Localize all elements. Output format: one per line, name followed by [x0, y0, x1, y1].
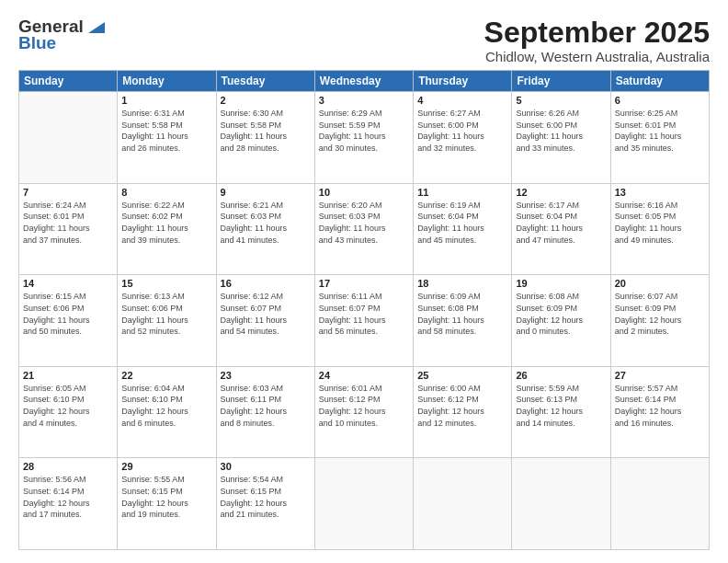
calendar-cell: 18Sunrise: 6:09 AM Sunset: 6:08 PM Dayli… — [414, 275, 512, 367]
day-info: Sunrise: 6:27 AM Sunset: 6:00 PM Dayligh… — [417, 108, 507, 154]
day-number: 12 — [516, 187, 606, 198]
day-number: 28 — [23, 461, 113, 472]
day-info: Sunrise: 6:25 AM Sunset: 6:01 PM Dayligh… — [615, 108, 705, 154]
calendar-cell: 13Sunrise: 6:16 AM Sunset: 6:05 PM Dayli… — [610, 183, 709, 275]
calendar-cell — [314, 458, 413, 550]
day-number: 19 — [516, 278, 606, 289]
calendar-cell: 19Sunrise: 6:08 AM Sunset: 6:09 PM Dayli… — [512, 275, 610, 367]
calendar-cell: 1Sunrise: 6:31 AM Sunset: 5:58 PM Daylig… — [118, 92, 216, 184]
calendar-cell: 9Sunrise: 6:21 AM Sunset: 6:03 PM Daylig… — [216, 183, 314, 275]
day-info: Sunrise: 6:07 AM Sunset: 6:09 PM Dayligh… — [615, 291, 705, 337]
calendar-week-row: 7Sunrise: 6:24 AM Sunset: 6:01 PM Daylig… — [19, 183, 710, 275]
day-info: Sunrise: 5:56 AM Sunset: 6:14 PM Dayligh… — [23, 474, 113, 520]
day-info: Sunrise: 5:54 AM Sunset: 6:15 PM Dayligh… — [221, 474, 311, 520]
day-number: 14 — [23, 278, 113, 289]
day-info: Sunrise: 6:12 AM Sunset: 6:07 PM Dayligh… — [221, 291, 311, 337]
calendar-cell: 17Sunrise: 6:11 AM Sunset: 6:07 PM Dayli… — [314, 275, 413, 367]
calendar-cell — [19, 92, 118, 184]
calendar-cell: 24Sunrise: 6:01 AM Sunset: 6:12 PM Dayli… — [314, 366, 413, 458]
header: General Blue September 2025 Chidlow, Wes… — [18, 17, 710, 64]
day-info: Sunrise: 6:16 AM Sunset: 6:05 PM Dayligh… — [615, 200, 705, 246]
calendar-cell: 28Sunrise: 5:56 AM Sunset: 6:14 PM Dayli… — [19, 458, 118, 550]
calendar-day-header: Wednesday — [314, 71, 413, 92]
calendar-cell: 21Sunrise: 6:05 AM Sunset: 6:10 PM Dayli… — [19, 366, 118, 458]
calendar-cell: 11Sunrise: 6:19 AM Sunset: 6:04 PM Dayli… — [414, 183, 512, 275]
calendar-cell: 20Sunrise: 6:07 AM Sunset: 6:09 PM Dayli… — [610, 275, 709, 367]
day-info: Sunrise: 6:30 AM Sunset: 5:58 PM Dayligh… — [221, 108, 311, 154]
calendar-cell — [610, 458, 709, 550]
day-info: Sunrise: 6:15 AM Sunset: 6:06 PM Dayligh… — [23, 291, 113, 337]
day-info: Sunrise: 6:19 AM Sunset: 6:04 PM Dayligh… — [417, 200, 507, 246]
calendar-cell: 12Sunrise: 6:17 AM Sunset: 6:04 PM Dayli… — [512, 183, 610, 275]
day-number: 4 — [417, 95, 507, 106]
day-info: Sunrise: 6:26 AM Sunset: 6:00 PM Dayligh… — [516, 108, 606, 154]
calendar-header-row: SundayMondayTuesdayWednesdayThursdayFrid… — [19, 71, 710, 92]
day-info: Sunrise: 6:22 AM Sunset: 6:02 PM Dayligh… — [121, 200, 211, 246]
day-info: Sunrise: 6:05 AM Sunset: 6:10 PM Dayligh… — [23, 383, 113, 429]
day-info: Sunrise: 6:20 AM Sunset: 6:03 PM Dayligh… — [319, 200, 409, 246]
logo: General Blue — [18, 17, 106, 53]
page: General Blue September 2025 Chidlow, Wes… — [0, 0, 728, 563]
calendar-cell: 25Sunrise: 6:00 AM Sunset: 6:12 PM Dayli… — [414, 366, 512, 458]
calendar-cell: 30Sunrise: 5:54 AM Sunset: 6:15 PM Dayli… — [216, 458, 314, 550]
day-info: Sunrise: 6:11 AM Sunset: 6:07 PM Dayligh… — [319, 291, 409, 337]
calendar-cell: 16Sunrise: 6:12 AM Sunset: 6:07 PM Dayli… — [216, 275, 314, 367]
day-number: 20 — [615, 278, 705, 289]
day-info: Sunrise: 6:29 AM Sunset: 5:59 PM Dayligh… — [319, 108, 409, 154]
day-number: 29 — [121, 461, 211, 472]
calendar-cell: 8Sunrise: 6:22 AM Sunset: 6:02 PM Daylig… — [118, 183, 216, 275]
month-title: September 2025 — [484, 17, 710, 49]
calendar-cell: 7Sunrise: 6:24 AM Sunset: 6:01 PM Daylig… — [19, 183, 118, 275]
logo-icon — [85, 18, 105, 35]
day-number: 8 — [121, 187, 211, 198]
day-number: 21 — [23, 370, 113, 381]
day-number: 22 — [121, 370, 211, 381]
calendar-day-header: Tuesday — [216, 71, 314, 92]
day-number: 6 — [615, 95, 705, 106]
day-number: 15 — [121, 278, 211, 289]
calendar-week-row: 1Sunrise: 6:31 AM Sunset: 5:58 PM Daylig… — [19, 92, 710, 184]
day-number: 7 — [23, 187, 113, 198]
calendar-week-row: 14Sunrise: 6:15 AM Sunset: 6:06 PM Dayli… — [19, 275, 710, 367]
calendar-cell: 22Sunrise: 6:04 AM Sunset: 6:10 PM Dayli… — [118, 366, 216, 458]
calendar-cell: 4Sunrise: 6:27 AM Sunset: 6:00 PM Daylig… — [414, 92, 512, 184]
day-info: Sunrise: 6:17 AM Sunset: 6:04 PM Dayligh… — [516, 200, 606, 246]
day-number: 3 — [319, 95, 409, 106]
day-number: 13 — [615, 187, 705, 198]
calendar-cell: 2Sunrise: 6:30 AM Sunset: 5:58 PM Daylig… — [216, 92, 314, 184]
calendar-cell: 15Sunrise: 6:13 AM Sunset: 6:06 PM Dayli… — [118, 275, 216, 367]
day-number: 25 — [417, 370, 507, 381]
calendar-cell: 3Sunrise: 6:29 AM Sunset: 5:59 PM Daylig… — [314, 92, 413, 184]
day-info: Sunrise: 6:04 AM Sunset: 6:10 PM Dayligh… — [121, 383, 211, 429]
calendar-cell: 5Sunrise: 6:26 AM Sunset: 6:00 PM Daylig… — [512, 92, 610, 184]
calendar-day-header: Friday — [512, 71, 610, 92]
day-number: 18 — [417, 278, 507, 289]
day-info: Sunrise: 6:09 AM Sunset: 6:08 PM Dayligh… — [417, 291, 507, 337]
day-number: 23 — [221, 370, 311, 381]
calendar-cell: 29Sunrise: 5:55 AM Sunset: 6:15 PM Dayli… — [118, 458, 216, 550]
day-number: 26 — [516, 370, 606, 381]
day-info: Sunrise: 6:24 AM Sunset: 6:01 PM Dayligh… — [23, 200, 113, 246]
calendar-cell — [414, 458, 512, 550]
day-number: 30 — [221, 461, 311, 472]
calendar-cell: 26Sunrise: 5:59 AM Sunset: 6:13 PM Dayli… — [512, 366, 610, 458]
day-info: Sunrise: 6:01 AM Sunset: 6:12 PM Dayligh… — [319, 383, 409, 429]
day-number: 2 — [221, 95, 311, 106]
calendar-day-header: Sunday — [19, 71, 118, 92]
day-number: 27 — [615, 370, 705, 381]
day-info: Sunrise: 6:31 AM Sunset: 5:58 PM Dayligh… — [121, 108, 211, 154]
day-info: Sunrise: 5:57 AM Sunset: 6:14 PM Dayligh… — [615, 383, 705, 429]
calendar-cell — [512, 458, 610, 550]
title-block: September 2025 Chidlow, Western Australi… — [484, 17, 710, 64]
calendar-table: SundayMondayTuesdayWednesdayThursdayFrid… — [18, 70, 710, 550]
day-number: 5 — [516, 95, 606, 106]
location-title: Chidlow, Western Australia, Australia — [484, 49, 710, 64]
day-info: Sunrise: 6:08 AM Sunset: 6:09 PM Dayligh… — [516, 291, 606, 337]
calendar-day-header: Thursday — [414, 71, 512, 92]
calendar-cell: 10Sunrise: 6:20 AM Sunset: 6:03 PM Dayli… — [314, 183, 413, 275]
svg-marker-0 — [88, 22, 105, 33]
day-number: 17 — [319, 278, 409, 289]
day-number: 1 — [121, 95, 211, 106]
calendar-cell: 6Sunrise: 6:25 AM Sunset: 6:01 PM Daylig… — [610, 92, 709, 184]
calendar-week-row: 28Sunrise: 5:56 AM Sunset: 6:14 PM Dayli… — [19, 458, 710, 550]
